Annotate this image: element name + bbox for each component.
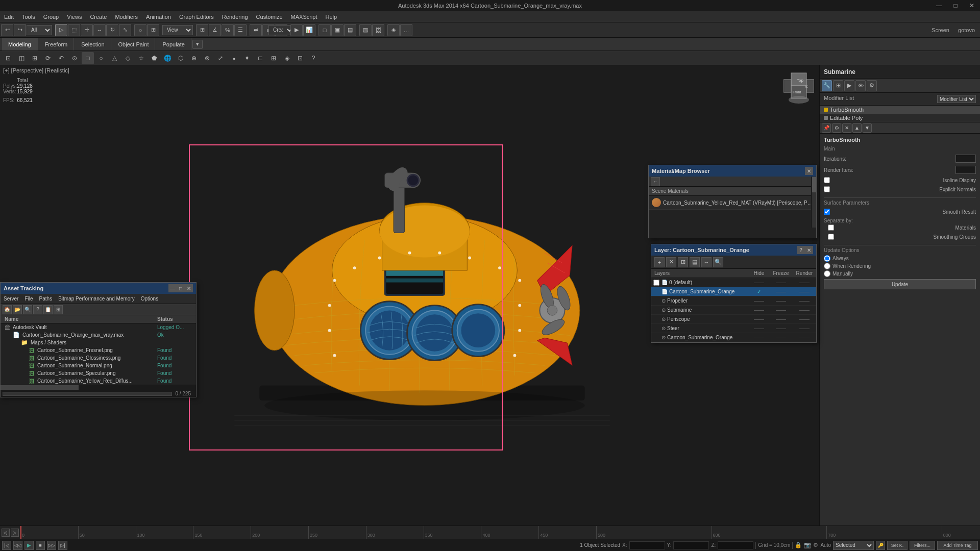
tl-next[interactable]: ▷ (11, 529, 19, 537)
rotate-button[interactable]: ↻ (106, 24, 118, 36)
viewport-corner-label[interactable]: [+] [Perspective] [Realistic] (3, 67, 69, 73)
z-coord-input[interactable] (718, 541, 753, 549)
pb-set-k-btn[interactable]: Set K. (887, 541, 908, 550)
move-button[interactable]: ↔ (93, 24, 106, 36)
at-row-diffuse[interactable]: 🖼 Cartoon_Submarine_Yellow_Red_Diffus...… (1, 377, 196, 385)
x-coord-input[interactable] (629, 541, 665, 549)
lp-row-propeller[interactable]: ⊙ Propeller —— —— —— (651, 296, 816, 306)
at-tb-btn5[interactable]: 📋 (43, 305, 53, 314)
mb-scroll-thumb[interactable] (812, 177, 816, 192)
pb-stop[interactable]: ■ (36, 541, 45, 550)
render-iters-input[interactable]: 2 (955, 166, 976, 174)
pb-play[interactable]: ▶ (24, 541, 34, 550)
tl-playhead[interactable] (20, 526, 21, 539)
view-image[interactable]: 🖼 (372, 24, 384, 36)
isoline-checkbox[interactable] (824, 177, 830, 183)
rp-tab-hierarchy[interactable]: ⊞ (833, 80, 843, 91)
at-tb-btn4[interactable]: ? (33, 305, 42, 314)
toolbar-icon-9[interactable]: △ (108, 52, 120, 64)
close-button[interactable]: ✕ (964, 0, 980, 11)
lp-row-csub-orange[interactable]: 📄 Cartoon_Submarine_Orange ✓ —— —— (651, 287, 816, 296)
toolbar-icon-19[interactable]: ✦ (241, 52, 253, 64)
y-coord-input[interactable] (673, 541, 709, 549)
toolbar-icon-15[interactable]: ⊕ (188, 52, 200, 64)
toolbar-icon-23[interactable]: ⊡ (294, 52, 306, 64)
mod-delete[interactable]: ✕ (842, 123, 851, 133)
pb-goto-end[interactable]: ▷| (58, 541, 67, 550)
maximize-button[interactable]: □ (947, 0, 964, 11)
lp-btn5[interactable]: ↔ (701, 257, 712, 267)
toolbar-icon-5[interactable]: ↶ (55, 52, 67, 64)
modifier-editable-poly[interactable]: Editable Poly (820, 114, 980, 122)
lp-btn3[interactable]: ⊞ (678, 257, 688, 267)
iterations-input[interactable]: 0 (955, 155, 976, 163)
at-row-fresnel[interactable]: 🖼 Cartoon_Submarine_Fresnel.png Found (1, 346, 196, 354)
toolbar-icon-7[interactable]: □ (82, 52, 94, 64)
layer-panel-titlebar[interactable]: Layer: Cartoon_Submarine_Orange ? ✕ (651, 244, 816, 256)
more-tools[interactable]: … (400, 24, 412, 36)
toolbar-icon-24[interactable]: ? (307, 52, 320, 64)
lp-add-layer[interactable]: + (654, 257, 665, 267)
mod-move-up[interactable]: ▲ (852, 123, 862, 133)
menu-tools[interactable]: Tools (18, 11, 39, 22)
percent-snap[interactable]: % (222, 24, 234, 36)
toolbar-icon-1[interactable]: ⊡ (2, 52, 14, 64)
toolbar-icon-12[interactable]: ⬟ (148, 52, 160, 64)
rp-tab-modify[interactable]: 🔧 (822, 80, 832, 91)
lp-row-default[interactable]: 📄 0 (default) —— —— —— (651, 278, 816, 287)
asset-tracking-close[interactable]: ✕ (185, 284, 193, 292)
at-menu-file[interactable]: File (21, 294, 36, 304)
settings-icon[interactable]: ⚙ (813, 542, 818, 548)
at-h-scrollbar[interactable] (1, 385, 196, 390)
lock-icon[interactable]: 🔒 (795, 542, 802, 548)
view-dropdown[interactable]: View (162, 25, 193, 35)
update-button[interactable]: Update (824, 279, 976, 289)
menu-create[interactable]: Create (86, 11, 111, 22)
material-browser-titlebar[interactable]: Material/Map Browser ✕ (649, 165, 816, 177)
modifier-list-dropdown[interactable]: Modifier List (937, 95, 976, 103)
at-tb-btn1[interactable]: 🏠 (3, 305, 12, 314)
toolbar-icon-2[interactable]: ◫ (15, 52, 28, 64)
menu-group[interactable]: Group (39, 11, 63, 22)
tab-more[interactable]: ▾ (192, 40, 203, 49)
at-h-scroll-thumb[interactable] (1, 385, 79, 390)
selected-dropdown[interactable]: Selected (833, 541, 874, 550)
at-row-maxfile[interactable]: 📄 Cartoon_Submarine_Orange_max_vray.max … (1, 331, 196, 339)
at-menu-server[interactable]: Server (1, 294, 21, 304)
at-row-vault[interactable]: 🏛 Autodesk Vault Logged O... (1, 323, 196, 331)
tab-selection[interactable]: Selection (75, 38, 111, 51)
layer-panel-help[interactable]: ? (797, 246, 805, 254)
mirror[interactable]: ⇌ (250, 24, 262, 36)
pb-add-time-tag[interactable]: Add Time Tag (937, 541, 978, 550)
pivot[interactable]: ⊞ (147, 24, 159, 36)
camera-icon[interactable]: 📷 (804, 542, 811, 548)
at-row-normal[interactable]: 🖼 Cartoon_Submarine_Normal.png Found (1, 362, 196, 369)
menu-graph-editors[interactable]: Graph Editors (175, 11, 218, 22)
layer-panel-close[interactable]: ✕ (805, 246, 813, 254)
rp-tab-display[interactable]: 👁 (855, 80, 866, 91)
when-rendering-radio[interactable] (824, 263, 830, 269)
at-menu-options[interactable]: Options (138, 294, 161, 304)
lp-row-submarine[interactable]: ⊙ Submarine —— —— —— (651, 306, 816, 315)
spinner-snap[interactable]: ☰ (234, 24, 247, 36)
tab-populate[interactable]: Populate (156, 38, 191, 51)
at-menu-paths[interactable]: Paths (36, 294, 56, 304)
render-setup[interactable]: □ (318, 24, 331, 36)
timeline-track[interactable]: 0 50 100 150 200 250 300 350 400 450 500… (20, 526, 980, 539)
pb-next-frame[interactable]: ▷▷ (47, 541, 56, 550)
lp-delete-layer[interactable]: ✕ (666, 257, 676, 267)
mod-configure[interactable]: ⚙ (832, 123, 841, 133)
mod-move-down[interactable]: ▼ (863, 123, 872, 133)
toolbar-icon-20[interactable]: ⊏ (254, 52, 266, 64)
at-tb-btn2[interactable]: 📂 (13, 305, 22, 314)
menu-customize[interactable]: Customize (252, 11, 287, 22)
mb-tb-btn1[interactable]: ← (651, 177, 660, 186)
lp-default-checkbox[interactable] (653, 280, 659, 286)
menu-help[interactable]: Help (322, 11, 341, 22)
asset-tracking-titlebar[interactable]: Asset Tracking — □ ✕ (1, 283, 196, 294)
asset-tracking-minimize[interactable]: — (168, 284, 177, 292)
select-button[interactable]: ▷ (55, 24, 67, 36)
menu-animation[interactable]: Animation (142, 11, 175, 22)
toolbar-icon-16[interactable]: ⊗ (201, 52, 213, 64)
select-region[interactable]: ⬚ (68, 24, 80, 36)
